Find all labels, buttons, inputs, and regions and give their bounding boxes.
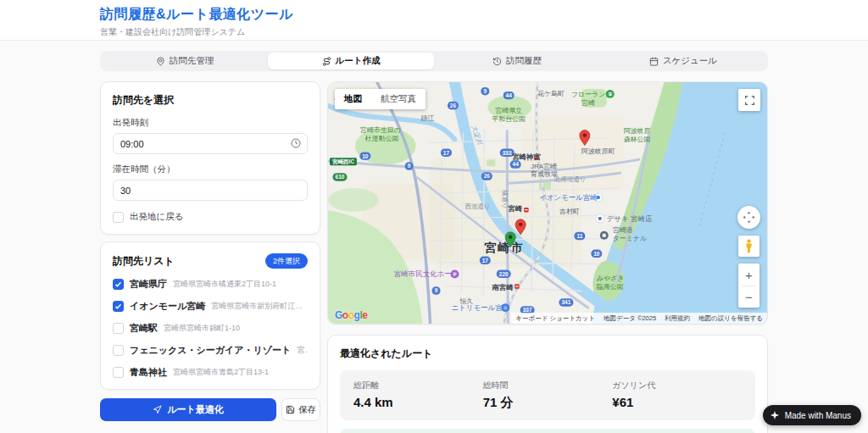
svg-text:17: 17	[443, 150, 450, 156]
svg-text:10: 10	[593, 251, 600, 257]
map-container[interactable]: 944261017333442691110172209341337610宮崎西I…	[327, 81, 768, 325]
tab-visit-history[interactable]: 訪問履歴	[434, 53, 600, 69]
svg-text:26: 26	[450, 103, 457, 108]
calendar-icon	[649, 57, 659, 66]
check-icon	[114, 280, 122, 288]
visit-item-checkbox[interactable]	[113, 279, 124, 290]
svg-text:17: 17	[482, 258, 489, 264]
visit-item-name: 宮崎駅	[130, 322, 158, 335]
visit-item-checkbox[interactable]	[113, 301, 124, 312]
svg-text:610: 610	[336, 174, 345, 180]
visit-item-address: 宮崎県宮崎市新別府町江口862-1	[211, 301, 308, 312]
route-stats: 総距離 4.4 km 総時間 71 分 ガソリン代 ¥61	[340, 370, 755, 420]
stat-label: ガソリン代	[612, 380, 742, 391]
map-label: 南宮崎	[492, 283, 514, 291]
map-label: 北権現通り	[554, 175, 586, 183]
visit-list-item[interactable]: イオンモール宮崎 宮崎県宮崎市新別府町江口862-1	[113, 300, 308, 313]
visit-select-panel: 訪問先を選択 出発時刻 滞在時間（分） 出発地に戻る	[100, 81, 320, 235]
map-label: 臨海公園	[597, 283, 624, 291]
departure-time-input[interactable]	[113, 133, 308, 154]
map-attribution: キーボード ショートカット地図データ ©2025利用規約地図の誤りを報告する	[511, 313, 767, 324]
visit-list-item[interactable]: 宮崎県庁 宮崎県宮崎市橘通東2丁目10-1	[113, 278, 308, 291]
zoom-out-button[interactable]: −	[738, 286, 760, 308]
route-stat: 総時間 71 分	[483, 380, 613, 411]
stat-value: ¥61	[612, 395, 742, 409]
departure-row: 出発地	[340, 429, 755, 433]
svg-text:9: 9	[483, 88, 487, 94]
fullscreen-button[interactable]	[738, 89, 760, 111]
compass-control[interactable]	[737, 206, 760, 229]
map-label: JRA宮崎	[531, 163, 557, 170]
map-type-satellite-button[interactable]: 航空写真	[371, 89, 426, 109]
map-label: 吉村町	[559, 208, 580, 215]
svg-text:44: 44	[513, 162, 520, 168]
map-label: 西池通り	[465, 203, 490, 210]
route-panel-title: 最適化されたルート	[340, 347, 755, 361]
visit-item-checkbox[interactable]	[113, 345, 124, 356]
visit-list: 宮崎県庁 宮崎県宮崎市橘通東2丁目10-1 イオンモール宮崎 宮崎県宮崎市新別府…	[113, 278, 308, 379]
visit-list-item[interactable]: 宮崎駅 宮崎県宮崎市錦町1-10	[113, 322, 308, 335]
attribution-link[interactable]: 利用規約	[660, 314, 694, 323]
fullscreen-icon	[744, 95, 755, 106]
svg-text:26: 26	[484, 173, 491, 179]
route-icon	[322, 57, 331, 66]
stay-duration-input[interactable]	[113, 180, 308, 201]
map-label: フローランテ	[571, 91, 613, 98]
page-subtitle: 営業・建設会社向け訪問管理システム	[100, 26, 768, 38]
visit-item-address: 宮崎県宮崎市錦町1-10	[164, 323, 240, 334]
map-label: 宮崎県立	[495, 107, 522, 114]
check-icon	[114, 303, 122, 310]
route-stat: ガソリン代 ¥61	[612, 380, 742, 411]
visit-item-name: イオンモール宮崎	[130, 300, 205, 313]
svg-text:333: 333	[503, 150, 512, 156]
tab-route-creation[interactable]: ルート作成	[268, 53, 434, 69]
map-label: 宮崎神宮	[512, 153, 541, 161]
visit-item-name: フェニックス・シーガイア・リゾート	[130, 344, 291, 357]
map-type-control: 地図 航空写真	[335, 89, 426, 109]
zoom-in-button[interactable]: +	[738, 264, 760, 286]
tab-schedule[interactable]: スケジュール	[600, 53, 766, 69]
svg-text:10: 10	[362, 153, 369, 159]
save-icon	[286, 405, 295, 414]
visit-list-item[interactable]: 青島神社 宮崎県宮崎市青島2丁目13-1	[113, 366, 308, 379]
map-label: デサキ 宮崎店	[607, 214, 653, 223]
page-title: 訪問履歴&ルート最適化ツール	[100, 6, 768, 24]
map-label: 阿波岐原町	[581, 147, 615, 155]
return-to-start-checkbox[interactable]	[113, 212, 124, 223]
visit-item-checkbox[interactable]	[113, 367, 124, 378]
tab-label: ルート作成	[336, 55, 381, 67]
visit-item-checkbox[interactable]	[113, 323, 124, 334]
svg-text:220: 220	[499, 271, 509, 277]
made-with-manus-badge[interactable]: Made with Manus	[763, 405, 861, 425]
map-label: 宮崎市生目の	[360, 126, 401, 134]
visit-item-name: 青島神社	[130, 366, 167, 379]
visit-list-title: 訪問先リスト	[113, 254, 175, 269]
tab-label: スケジュール	[663, 55, 717, 67]
navigation-icon	[153, 405, 162, 414]
map-type-map-button[interactable]: 地図	[335, 89, 371, 109]
svg-text:9: 9	[408, 163, 411, 169]
manus-badge-label: Made with Manus	[785, 411, 851, 420]
map-label: ターミナル	[613, 235, 648, 242]
svg-text:341: 341	[562, 299, 571, 305]
attribution-link[interactable]: 地図データ ©2025	[599, 314, 660, 323]
attribution-link[interactable]: 地図の誤りを報告する	[694, 314, 767, 323]
map-label: 宮崎市民文化ホール	[394, 269, 459, 278]
save-button[interactable]: 保存	[281, 398, 320, 421]
compass-icon	[742, 210, 756, 225]
pegman-icon	[743, 239, 754, 253]
stat-label: 総時間	[483, 380, 613, 391]
map-label: ニトリモール宮崎	[451, 303, 509, 312]
map-label: 宮崎	[581, 99, 595, 107]
visit-item-address: 宮崎県宮崎市青島2丁目13-1	[173, 367, 269, 378]
attribution-link[interactable]: キーボード ショートカット	[511, 314, 599, 323]
optimize-label: ルート最適化	[167, 403, 224, 416]
map-label: 阿波岐原	[624, 127, 651, 135]
pegman-control[interactable]	[738, 236, 760, 257]
google-logo: Google	[335, 309, 367, 321]
visit-list-panel: 訪問先リスト 2件選択 宮崎県庁 宮崎県宮崎市橘通東2丁目10-1 イオンモール…	[100, 241, 320, 390]
optimize-route-button[interactable]: ルート最適化	[100, 398, 276, 421]
tab-visit-management[interactable]: 訪問先管理	[102, 53, 268, 69]
visit-list-item[interactable]: フェニックス・シーガイア・リゾート 宮崎県宮崎市山崎町浜山	[113, 344, 308, 357]
save-label: 保存	[298, 404, 316, 416]
